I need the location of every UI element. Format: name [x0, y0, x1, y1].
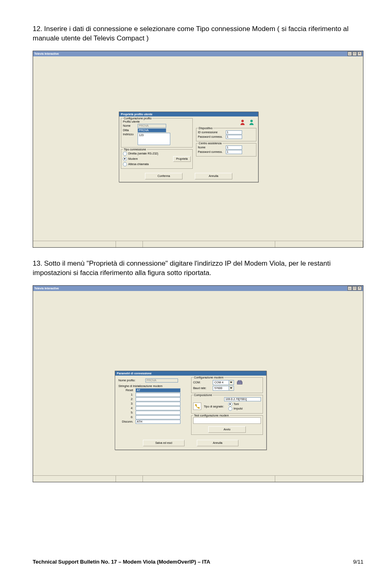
- btn-annulla-1[interactable]: Annulla: [195, 173, 232, 179]
- radio-toni-row[interactable]: Toni: [228, 402, 243, 406]
- input-id-conn[interactable]: 1: [226, 130, 242, 134]
- person-red-icon[interactable]: [239, 119, 246, 125]
- input-centro-nome[interactable]: 1: [226, 145, 242, 150]
- dialog-profile-title: Proprietà profilo utente: [119, 112, 258, 116]
- input-r1[interactable]: [136, 393, 180, 397]
- window-min-button[interactable]: _: [347, 51, 352, 56]
- label-disconn: Disconn.: [118, 420, 136, 423]
- legend-centro: Centro assistenza: [198, 142, 223, 145]
- modem-icon[interactable]: [236, 380, 243, 385]
- label-r1: 1:: [118, 393, 136, 396]
- statusbar: [33, 241, 363, 247]
- step-12-num: 12.: [33, 25, 44, 34]
- input-r6[interactable]: [136, 415, 180, 419]
- label-r4: 4:: [118, 407, 136, 410]
- screenshot-2: Televis Interactive _ □ × Parametri di c…: [33, 285, 363, 482]
- input-r2[interactable]: [136, 397, 180, 401]
- select-baud[interactable]: 57600: [213, 386, 234, 391]
- input-r3[interactable]: [136, 402, 180, 406]
- select-com[interactable]: COM 4: [213, 380, 234, 385]
- input-disconn[interactable]: ATH: [136, 420, 180, 424]
- label-nome-profilo: Nome profilo:: [118, 379, 145, 382]
- radio-attesa-label: Attesa chiamata: [128, 163, 149, 166]
- step-13-num: 13.: [33, 259, 44, 269]
- legend-conf: Configurazione profilo: [123, 117, 152, 120]
- test-output: [193, 417, 261, 424]
- dialog-conn-params: Parametri di connessione Nome profilo: P…: [115, 371, 267, 450]
- window-max-button-2[interactable]: □: [352, 286, 357, 291]
- btn-annulla-2[interactable]: Annulla: [197, 440, 238, 446]
- window-title-2: Televis Interactive: [34, 287, 59, 290]
- group-test: Test configurazione modem Avvio: [191, 415, 263, 435]
- step-12-text: Inserire i dati di connessione e selezio…: [33, 25, 349, 42]
- legend-conf-modem: Configurazione modem: [193, 376, 224, 379]
- radio-toni-label: Toni: [234, 403, 239, 405]
- window-min-button-2[interactable]: _: [347, 286, 352, 291]
- input-nome-profilo: PROVA: [145, 378, 178, 383]
- label-r2: 2:: [118, 398, 136, 401]
- window-titlebar: Televis Interactive _ □ ×: [33, 51, 363, 56]
- group-configurazione: Configurazione profilo Profilo utente No…: [121, 118, 193, 148]
- radio-diretta-row[interactable]: Diretta (seriale RS-232): [123, 152, 191, 156]
- legend-test: Test configurazione modem: [193, 414, 230, 417]
- legend-profile: Profilo utente: [123, 120, 191, 123]
- input-pwd-conn[interactable]: 1: [226, 135, 242, 139]
- label-nome: Nome: [123, 124, 138, 127]
- label-pwd-conn: Password conness.: [198, 135, 226, 138]
- radio-diretta-label: Diretta (seriale RS-232): [128, 152, 158, 155]
- radio-impulsi-label: Impulsi: [234, 407, 243, 410]
- window-close-button[interactable]: ×: [357, 51, 362, 56]
- group-composizione: Composizione 169.0.2.70[7001] Tipo di s: [191, 395, 263, 414]
- label-tipo-segnale: Tipo di segnale:: [204, 405, 228, 408]
- textarea-indirizzo[interactable]: 123: [138, 133, 170, 145]
- input-ditta[interactable]: PROVA: [138, 128, 166, 132]
- label-r6: 6:: [118, 416, 136, 419]
- svg-rect-3: [238, 381, 241, 382]
- screenshot-1: Televis Interactive _ □ × Proprietà prof…: [33, 51, 363, 248]
- label-r3: 3:: [118, 402, 136, 405]
- svg-rect-2: [237, 382, 242, 384]
- label-centro-pwd: Password conness.: [198, 150, 226, 153]
- label-reset: Reset: [118, 389, 136, 392]
- statusbar-2: [33, 475, 363, 482]
- radio-modem-label: Modem: [128, 157, 138, 160]
- phone-icon[interactable]: [193, 403, 201, 410]
- btn-avvio[interactable]: Avvio: [208, 426, 246, 433]
- input-r5[interactable]: [136, 411, 180, 415]
- radio-impulsi-row[interactable]: Impulsi: [228, 407, 243, 411]
- step-13-text: Sotto il menù "Proprietà di connessione"…: [33, 260, 331, 277]
- input-r4[interactable]: [136, 406, 180, 410]
- btn-proprieta[interactable]: Proprietà: [173, 156, 190, 162]
- group-conf-modem: Configurazione modem COM: COM 4: [191, 377, 263, 393]
- label-r5: 5:: [118, 411, 136, 414]
- window-title: Televis Interactive: [34, 52, 59, 55]
- label-stringhe: Stringhe di Inizializzazione modem: [118, 385, 188, 387]
- legend-dispositivo: Dispositivo: [198, 127, 214, 130]
- btn-salva[interactable]: Salva ed esci: [143, 440, 185, 446]
- label-ditta: Ditta: [123, 129, 138, 132]
- legend-composizione: Composizione: [193, 394, 213, 396]
- group-centro: Centro assistenza Nome1 Password conness…: [196, 143, 256, 157]
- input-composizione[interactable]: 169.0.2.70[7001]: [224, 397, 261, 401]
- group-dispositivo: Dispositivo ID connessione1 Password con…: [196, 128, 256, 141]
- group-tipo: Tipo connessione Diretta (seriale RS-232…: [121, 149, 193, 169]
- dialog-conn-title: Parametri di connessione: [115, 371, 266, 376]
- input-nome[interactable]: PROVA: [138, 124, 166, 128]
- btn-conferma[interactable]: Conferma: [145, 173, 183, 179]
- label-baud: Baud rate:: [193, 387, 213, 389]
- person-teal-icon[interactable]: [248, 119, 255, 125]
- input-centro-pwd[interactable]: 1: [226, 150, 242, 154]
- window-max-button[interactable]: □: [352, 51, 357, 56]
- svg-point-0: [241, 120, 244, 122]
- window-titlebar-2: Televis Interactive _ □ ×: [33, 286, 363, 291]
- window-close-button-2[interactable]: ×: [357, 286, 362, 291]
- radio-modem-row[interactable]: Modem: [123, 157, 138, 161]
- label-indirizzo: Indirizzo: [123, 133, 138, 136]
- radio-attesa-row[interactable]: Attesa chiamata: [123, 162, 191, 166]
- legend-tipo: Tipo connessione: [123, 148, 147, 151]
- svg-point-1: [250, 120, 253, 122]
- input-reset[interactable]: AT: [136, 388, 180, 392]
- label-id-conn: ID connessione: [198, 131, 226, 134]
- label-com: COM:: [193, 381, 213, 384]
- step-12: 12.Inserire i dati di connessione e sele…: [33, 25, 363, 43]
